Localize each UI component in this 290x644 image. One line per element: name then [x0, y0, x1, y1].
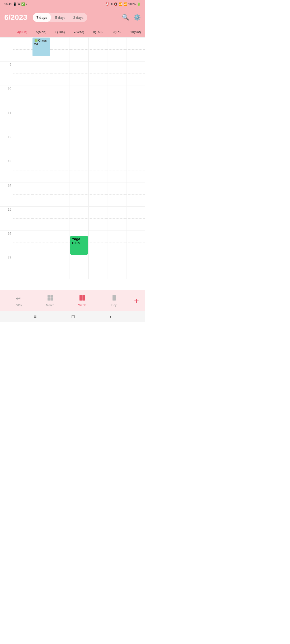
cell-row7-col4[interactable] [88, 207, 107, 230]
cell-row5-col3[interactable] [70, 158, 88, 182]
cell-row1-col1[interactable] [32, 62, 50, 86]
view-7days[interactable]: 7 days [33, 13, 51, 22]
status-bar: 16:41 📱 🖼 ✅ • ⏰ ✳ 🔇 📶 📶 100% 🔋 [0, 0, 145, 8]
svg-rect-2 [48, 298, 50, 301]
cell-row7-col2[interactable] [51, 207, 70, 230]
cell-row4-col3[interactable] [70, 134, 88, 158]
cell-row5-col1[interactable] [32, 158, 50, 182]
cell-row5-col2[interactable] [51, 158, 70, 182]
cell-row3-col6[interactable] [126, 110, 145, 134]
svg-rect-4 [79, 295, 82, 301]
cell-row6-col1[interactable] [32, 182, 50, 206]
nav-week[interactable]: Week [66, 295, 98, 307]
cell-row7-col0[interactable] [13, 207, 32, 230]
cell-row4-col4[interactable] [88, 134, 107, 158]
cell-row9-col0[interactable] [13, 255, 32, 279]
svg-rect-1 [50, 295, 53, 298]
event-yoga-club[interactable]: Yoga Club [70, 236, 88, 255]
cell-row8-col4[interactable] [88, 231, 107, 255]
cell-row8-col2[interactable] [51, 231, 70, 255]
cell-row1-col5[interactable] [107, 62, 126, 86]
cell-row1-col2[interactable] [51, 62, 70, 86]
search-icon[interactable]: 🔍 [122, 14, 129, 21]
cell-row3-col3[interactable] [70, 110, 88, 134]
cell-row1-col4[interactable] [88, 62, 107, 86]
cell-row1-col3[interactable] [70, 62, 88, 86]
cell-row3-col2[interactable] [51, 110, 70, 134]
day-header-tue[interactable]: 6(Tue) [51, 27, 70, 37]
cell-row0-col3[interactable] [70, 38, 88, 61]
settings-icon[interactable]: ⚙️ [133, 14, 141, 21]
cell-row2-col6[interactable] [126, 86, 145, 110]
cell-row4-col0[interactable] [13, 134, 32, 158]
cell-row0-col1[interactable]: 📗Class 2A [32, 38, 50, 61]
home-button[interactable]: □ [72, 314, 75, 320]
day-header-fri[interactable]: 9(Fri) [107, 27, 126, 37]
cell-row1-col0[interactable] [13, 62, 32, 86]
back-button[interactable]: ‹ [110, 314, 111, 320]
cell-row7-col3[interactable] [70, 207, 88, 230]
day-header-mon[interactable]: 5(Mon) [32, 27, 50, 37]
view-5days[interactable]: 5 days [51, 13, 69, 22]
cell-row2-col4[interactable] [88, 86, 107, 110]
cell-row9-col3[interactable] [70, 255, 88, 279]
cell-row4-col6[interactable] [126, 134, 145, 158]
cell-row2-col0[interactable] [13, 86, 32, 110]
cell-row6-col3[interactable] [70, 182, 88, 206]
event-class2a[interactable]: 📗Class 2A [32, 38, 50, 56]
svg-rect-5 [82, 295, 85, 301]
cell-row4-col2[interactable] [51, 134, 70, 158]
cell-row2-col3[interactable] [70, 86, 88, 110]
time-row-11: 11 [0, 110, 145, 134]
cell-row0-col0[interactable] [13, 38, 32, 61]
cell-row8-col5[interactable] [107, 231, 126, 255]
cell-row3-col1[interactable] [32, 110, 50, 134]
cell-row5-col6[interactable] [126, 158, 145, 182]
cell-row9-col2[interactable] [51, 255, 70, 279]
cell-row0-col4[interactable] [88, 38, 107, 61]
cell-row6-col4[interactable] [88, 182, 107, 206]
cell-row3-col5[interactable] [107, 110, 126, 134]
day-header-sat[interactable]: 10(Sat) [126, 27, 145, 37]
cell-row5-col4[interactable] [88, 158, 107, 182]
menu-button[interactable]: ≡ [34, 314, 37, 320]
add-event-button[interactable]: + [130, 294, 143, 307]
cell-row2-col5[interactable] [107, 86, 126, 110]
cell-row5-col5[interactable] [107, 158, 126, 182]
cell-row6-col0[interactable] [13, 182, 32, 206]
cell-row8-col6[interactable] [126, 231, 145, 255]
view-3days[interactable]: 3 days [69, 13, 87, 22]
view-7days-label: 7 days [37, 16, 47, 20]
cell-row2-col1[interactable] [32, 86, 50, 110]
cell-row3-col4[interactable] [88, 110, 107, 134]
time-grid: 📗Class 2A910111213141516Yoga Club17 [0, 38, 145, 290]
cell-row4-col1[interactable] [32, 134, 50, 158]
cell-row7-col6[interactable] [126, 207, 145, 230]
cell-row8-col0[interactable] [13, 231, 32, 255]
cell-row9-col4[interactable] [88, 255, 107, 279]
cell-row6-col6[interactable] [126, 182, 145, 206]
cell-row6-col2[interactable] [51, 182, 70, 206]
cell-row0-col5[interactable] [107, 38, 126, 61]
nav-day[interactable]: Day [98, 295, 130, 307]
cell-row6-col5[interactable] [107, 182, 126, 206]
day-header-sun[interactable]: 4(Sun) [13, 27, 32, 37]
cell-row9-col6[interactable] [126, 255, 145, 279]
cell-row0-col6[interactable] [126, 38, 145, 61]
day-header-wed[interactable]: 7(Wed) [70, 27, 88, 37]
cell-row7-col1[interactable] [32, 207, 50, 230]
cell-row8-col3[interactable]: Yoga Club [70, 231, 88, 255]
day-header-thu[interactable]: 8(Thu) [88, 27, 107, 37]
cell-row1-col6[interactable] [126, 62, 145, 86]
nav-month[interactable]: Month [34, 295, 66, 307]
cell-row5-col0[interactable] [13, 158, 32, 182]
cell-row4-col5[interactable] [107, 134, 126, 158]
cell-row2-col2[interactable] [51, 86, 70, 110]
cell-row8-col1[interactable] [32, 231, 50, 255]
nav-today[interactable]: ↩ Today [2, 295, 34, 306]
cell-row7-col5[interactable] [107, 207, 126, 230]
cell-row0-col2[interactable] [51, 38, 70, 61]
cell-row3-col0[interactable] [13, 110, 32, 134]
cell-row9-col1[interactable] [32, 255, 50, 279]
cell-row9-col5[interactable] [107, 255, 126, 279]
